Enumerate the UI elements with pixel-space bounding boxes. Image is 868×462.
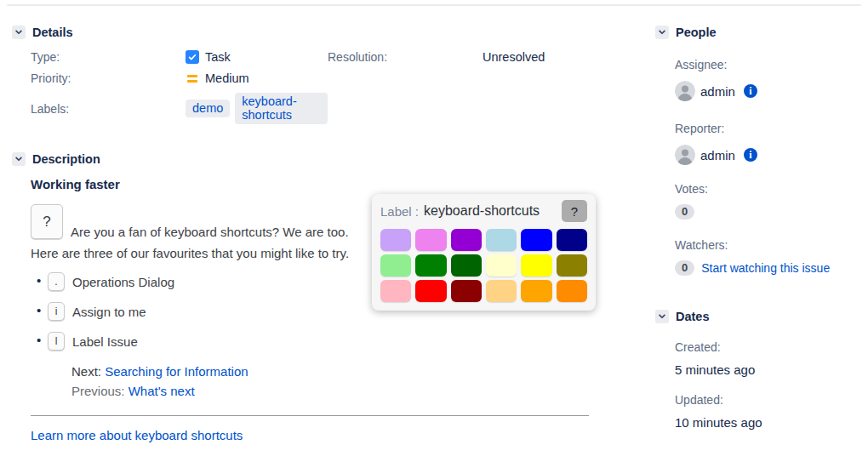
- shortcut-label: Label Issue: [72, 334, 138, 349]
- watchers-badge: 0: [675, 260, 694, 276]
- priority-medium-icon: [186, 71, 199, 85]
- priority-value: Medium: [186, 71, 328, 85]
- chevron-down-icon: [14, 28, 23, 37]
- label-color-popup: Label : keyboard-shortcuts ?: [372, 194, 596, 311]
- details-fields: Type: Task Resolution: Unresolved Priori…: [31, 50, 608, 124]
- created-value: 5 minutes ago: [675, 362, 864, 377]
- color-swatch[interactable]: [521, 280, 551, 302]
- next-label: Next:: [71, 364, 101, 379]
- reporter-name[interactable]: admin: [700, 148, 735, 163]
- color-swatch[interactable]: [415, 280, 446, 302]
- description-collapse-button[interactable]: [12, 152, 26, 166]
- color-swatch[interactable]: [557, 229, 587, 251]
- people-title: People: [676, 26, 717, 39]
- period-key-icon: .: [48, 272, 65, 291]
- color-swatch[interactable]: [557, 280, 587, 302]
- color-swatch[interactable]: [521, 229, 551, 251]
- reporter-row: admin i: [675, 145, 864, 165]
- watchers-label: Watchers:: [675, 238, 864, 252]
- labels-label: Labels:: [31, 102, 186, 116]
- details-header: Details: [12, 26, 608, 39]
- watchers-row: 0 Start watching this issue: [675, 260, 864, 276]
- color-swatch[interactable]: [486, 280, 517, 302]
- votes-badge: 0: [675, 204, 694, 220]
- description-header: Description: [12, 152, 597, 166]
- learn-more-link[interactable]: Learn more about keyboard shortcuts: [31, 428, 243, 442]
- created-label: Created:: [675, 340, 864, 354]
- description-title: Description: [32, 152, 100, 166]
- resolution-value: Unresolved: [483, 50, 608, 64]
- task-type-icon: [186, 50, 199, 64]
- info-icon[interactable]: i: [744, 84, 757, 98]
- color-swatch[interactable]: [486, 254, 517, 277]
- check-icon: [188, 53, 197, 61]
- user-avatar-icon: [675, 81, 695, 101]
- chevron-down-icon: [14, 155, 23, 163]
- color-swatch[interactable]: [415, 254, 446, 277]
- color-swatch[interactable]: [380, 280, 411, 302]
- votes-label: Votes:: [675, 182, 864, 196]
- chevron-down-icon: [658, 28, 666, 37]
- details-section: Details Type: Task Resolution: Unresolve…: [12, 26, 608, 124]
- label-popup-header: Label : keyboard-shortcuts ?: [380, 200, 587, 222]
- description-line1: Are you a fan of keyboard shortcuts? We …: [71, 225, 349, 239]
- updated-label: Updated:: [675, 393, 864, 407]
- color-swatch-grid: [380, 229, 587, 302]
- previous-label: Previous:: [71, 384, 125, 398]
- reporter-label: Reporter:: [675, 122, 864, 135]
- color-swatch[interactable]: [415, 229, 446, 251]
- assignee-name[interactable]: admin: [700, 84, 735, 99]
- shortcut-label: Assign to me: [72, 305, 146, 319]
- color-swatch[interactable]: [521, 254, 551, 277]
- type-value-text: Task: [205, 50, 231, 64]
- assignee-label: Assignee:: [675, 58, 864, 71]
- right-sidebar: People Assignee: admin i Reporter: admin…: [655, 26, 864, 430]
- color-swatch[interactable]: [451, 229, 482, 251]
- type-label: Type:: [31, 50, 186, 64]
- previous-link[interactable]: What's next: [128, 384, 195, 398]
- priority-label: Priority:: [31, 71, 186, 85]
- top-divider: [7, 4, 861, 6]
- color-swatch[interactable]: [380, 229, 411, 251]
- color-swatch[interactable]: [557, 254, 587, 277]
- user-avatar-icon: [675, 145, 695, 165]
- label-pill-keyboard-shortcuts[interactable]: keyboard-shortcuts: [235, 93, 328, 124]
- dates-title: Dates: [676, 310, 710, 323]
- details-collapse-button[interactable]: [12, 26, 26, 39]
- shortcut-label: Operations Dialog: [72, 275, 174, 289]
- label-pill-demo[interactable]: demo: [186, 100, 230, 117]
- details-title: Details: [32, 26, 73, 39]
- resolution-label: Resolution:: [328, 50, 483, 64]
- color-swatch[interactable]: [451, 280, 482, 302]
- popup-help-button[interactable]: ?: [562, 200, 587, 222]
- next-link[interactable]: Searching for Information: [105, 364, 248, 379]
- labels-value: demo keyboard-shortcuts: [186, 93, 328, 124]
- chevron-down-icon: [658, 312, 666, 321]
- type-value: Task: [186, 50, 328, 64]
- people-collapse-button[interactable]: [655, 26, 669, 39]
- description-subheading: Working faster: [31, 177, 597, 191]
- divider: [31, 415, 589, 416]
- popup-label-caption: Label :: [380, 204, 419, 219]
- start-watching-link[interactable]: Start watching this issue: [701, 261, 830, 275]
- description-nav: Next: Searching for Information Previous…: [71, 362, 597, 401]
- l-key-icon: l: [48, 332, 65, 351]
- dates-header: Dates: [655, 310, 864, 323]
- avatar: [675, 81, 695, 101]
- assignee-row: admin i: [675, 81, 864, 101]
- people-header: People: [655, 26, 864, 39]
- updated-value: 10 minutes ago: [675, 415, 864, 430]
- list-item: l Label Issue: [31, 332, 597, 351]
- i-key-icon: i: [48, 302, 65, 321]
- votes-row: 0: [675, 204, 864, 220]
- dates-collapse-button[interactable]: [655, 310, 669, 323]
- popup-label-value: keyboard-shortcuts: [424, 203, 540, 219]
- avatar: [675, 145, 695, 165]
- color-swatch[interactable]: [486, 229, 517, 251]
- color-swatch[interactable]: [380, 254, 411, 277]
- info-icon[interactable]: i: [744, 148, 757, 162]
- question-key-icon: ?: [31, 204, 63, 239]
- priority-value-text: Medium: [205, 71, 249, 85]
- color-swatch[interactable]: [451, 254, 482, 277]
